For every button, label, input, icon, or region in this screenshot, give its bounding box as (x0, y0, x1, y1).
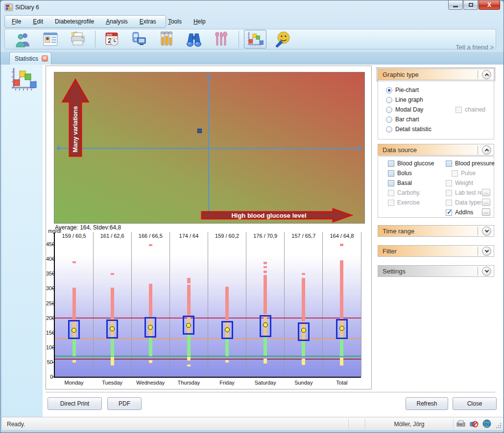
collapse-up-button[interactable] (482, 70, 491, 79)
x-category-label: Sunday (285, 380, 323, 386)
checkbox-label: AddIns (455, 209, 473, 216)
column-header: 159 / 60,2 (208, 233, 246, 239)
checkbox-blood-pressure[interactable]: Blood pressure (446, 160, 495, 167)
smiley-feedback-icon[interactable] (271, 30, 294, 48)
close-view-button[interactable]: Close (453, 397, 497, 410)
checkbox-blood-glucose[interactable]: Blood glucose (388, 160, 434, 167)
checkbox-bolus[interactable]: Bolus (388, 169, 412, 177)
radio-icon (386, 97, 392, 103)
globe-icon[interactable] (482, 419, 491, 428)
radio-option-modal-day[interactable]: Modal Day (386, 106, 423, 114)
binoculars-icon[interactable] (183, 30, 205, 48)
chevron-down-icon (484, 228, 488, 232)
tab-close-icon[interactable]: ✕ (42, 55, 48, 62)
status-bar: Ready. Möller, Jörg (2, 417, 503, 430)
title-bar[interactable]: SiDiary 6 X (0, 0, 504, 14)
close-button[interactable]: X (479, 0, 500, 10)
expand-down-button[interactable] (482, 267, 491, 276)
pdf-button[interactable]: PDF (107, 397, 142, 410)
collapse-up-button[interactable] (482, 145, 491, 155)
checkbox-carbohy[interactable]: Carbohy. (388, 189, 421, 197)
value-stack-segment (187, 285, 191, 315)
tell-a-friend-link[interactable]: Tell a friend > (456, 44, 494, 51)
calendar-clock-icon[interactable]: AUG2 (100, 30, 123, 48)
refresh-button[interactable]: Refresh (406, 397, 448, 410)
x-category-label: Thursday (169, 380, 208, 386)
column-header: 174 / 64 (169, 233, 208, 239)
checkbox-pulse[interactable]: Pulse (452, 169, 476, 177)
graphic-type-header[interactable]: Graphic type (378, 68, 494, 80)
x-category-label: Saturday (246, 380, 285, 386)
device-sync-icon[interactable] (128, 30, 150, 48)
content-area: Many variationsHigh blood glucose level … (2, 65, 503, 417)
minimize-button[interactable] (448, 0, 463, 10)
more-button-data-types[interactable]: ... (482, 199, 490, 206)
x-axis-line (54, 377, 361, 378)
nutrition-icon[interactable] (210, 30, 233, 48)
y-tick-mark (52, 362, 54, 363)
maximize-button[interactable] (463, 0, 478, 10)
high-blood-glucose-arrow-label: High blood glucose level (231, 212, 306, 219)
profiles-icon[interactable] (12, 30, 34, 48)
more-button-addins[interactable]: ... (482, 208, 490, 216)
menu-item-diabetesprofile[interactable]: Diabetesprofile (55, 18, 94, 25)
column-separator (208, 232, 208, 377)
value-stack-segment (187, 357, 191, 361)
statistics-icon[interactable] (244, 30, 266, 48)
radio-option-pie-chart[interactable]: Pie-chart (386, 86, 419, 94)
reference-line (55, 318, 361, 319)
column-separator (169, 232, 170, 377)
resize-grip[interactable] (495, 422, 502, 429)
checkbox-icon (452, 170, 458, 177)
reference-line (55, 356, 361, 357)
header-divider (478, 146, 478, 154)
radio-option-line-graph[interactable]: Line graph (386, 96, 423, 104)
fax-icon[interactable] (456, 420, 466, 428)
high-blood-glucose-arrow: High blood glucose level (200, 208, 353, 223)
checkbox-weight[interactable]: Weight (446, 179, 473, 187)
value-stack-segment (302, 341, 305, 356)
radio-option-bar-chart[interactable]: Bar chart (386, 115, 419, 123)
expand-down-button[interactable] (482, 227, 491, 236)
expand-down-button[interactable] (482, 247, 491, 256)
menu-item-analysis[interactable]: Analysis (106, 18, 128, 25)
y-tick-mark (52, 288, 54, 289)
lab-tubes-icon[interactable] (155, 30, 178, 48)
menu-item-tools[interactable]: Tools (168, 18, 182, 25)
y-tick-mark (52, 303, 54, 304)
status-empty-cell (349, 419, 365, 429)
checkbox-data-types[interactable]: Data types (446, 199, 481, 206)
printer-icon[interactable] (67, 30, 89, 48)
menu-item-edit[interactable]: Edit (33, 18, 43, 25)
checkbox-icon (446, 209, 452, 216)
menu-item-file[interactable]: File (12, 18, 21, 25)
radio-label: Pie-chart (395, 87, 419, 93)
more-button-lab-test-resu[interactable]: ... (482, 189, 490, 196)
chained-checkbox[interactable]: chained (456, 106, 485, 114)
column-header: 164 / 64,8 (323, 233, 361, 239)
checkbox-addins[interactable]: AddIns (446, 208, 473, 216)
checkbox-exercise[interactable]: Exercise (388, 199, 420, 206)
checkbox-basal[interactable]: Basal (388, 179, 412, 187)
value-stack-segment (149, 284, 152, 317)
data-source-header[interactable]: Data source (378, 144, 494, 156)
radio-option-detail-statistic[interactable]: Detail statistic (386, 125, 432, 133)
status-message: Ready. (3, 419, 349, 429)
chevron-up-icon (484, 73, 488, 77)
menu-item-extras[interactable]: Extras (140, 18, 156, 25)
x-category-label: Tuesday (93, 380, 131, 386)
statistics-chart-icon[interactable] (10, 67, 37, 91)
checkbox-lab-test-resu[interactable]: Lab test resu (446, 189, 481, 197)
tab-statistics[interactable]: Statistics ✕ (9, 52, 51, 65)
filter-header[interactable]: Filter (378, 245, 494, 257)
value-stack-segment (111, 273, 114, 275)
reference-line (55, 359, 361, 360)
patient-card-icon[interactable] (39, 30, 62, 48)
settings-header[interactable]: Settings (378, 265, 494, 277)
radio-icon (386, 116, 392, 123)
blocked-icon[interactable] (470, 419, 479, 428)
direct-print-button[interactable]: Direct Print (48, 397, 102, 410)
time-range-header[interactable]: Time range (378, 225, 494, 237)
checkbox-label: Bolus (397, 170, 412, 177)
menu-item-help[interactable]: Help (193, 18, 206, 25)
